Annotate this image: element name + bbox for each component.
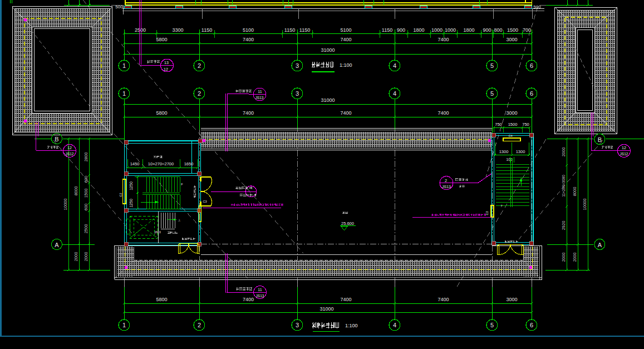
svg-text:7400: 7400: [437, 297, 449, 302]
svg-text:7400: 7400: [340, 110, 351, 116]
svg-text:11: 11: [258, 90, 262, 94]
svg-text:1: 1: [122, 90, 126, 97]
svg-text:2000: 2000: [73, 252, 78, 262]
svg-text:1500: 1500: [508, 122, 518, 127]
svg-text:B: B: [598, 136, 602, 143]
svg-text:4: 4: [393, 62, 396, 69]
svg-text:1: 1: [122, 62, 126, 69]
svg-text:5800: 5800: [156, 297, 167, 302]
svg-text:2000: 2000: [561, 148, 566, 157]
svg-text:10000: 10000: [63, 199, 68, 210]
svg-text:500: 500: [115, 4, 123, 9]
svg-text:4: 4: [393, 90, 396, 97]
svg-text:8000: 8000: [73, 186, 78, 196]
svg-text:6: 6: [530, 62, 533, 69]
svg-text:800: 800: [494, 27, 502, 33]
svg-text:11: 11: [258, 288, 262, 292]
svg-text:1150: 1150: [284, 27, 295, 33]
svg-text:13: 13: [164, 61, 169, 65]
svg-text:11×280=3080: 11×280=3080: [562, 175, 566, 197]
svg-text:12: 12: [622, 146, 626, 150]
svg-text:1150: 1150: [299, 27, 310, 33]
svg-text:1150: 1150: [382, 27, 392, 33]
svg-text:3: 3: [296, 62, 299, 69]
svg-text:7400: 7400: [340, 297, 351, 302]
svg-text:5100: 5100: [243, 27, 254, 33]
svg-text:750: 750: [522, 122, 529, 127]
svg-text:12: 12: [67, 146, 72, 150]
svg-text:2920: 2920: [561, 221, 566, 230]
svg-text:700: 700: [523, 27, 531, 33]
svg-text:5: 5: [490, 322, 494, 328]
svg-text:8000: 8000: [572, 187, 577, 196]
svg-text:2: 2: [198, 322, 201, 328]
svg-text:5: 5: [490, 62, 494, 69]
svg-text:1: 1: [122, 322, 126, 328]
svg-text:6: 6: [530, 90, 533, 97]
svg-text:6: 6: [530, 322, 533, 328]
svg-text:600: 600: [83, 204, 89, 211]
svg-text:JS13: JS13: [442, 185, 451, 189]
svg-text:10×270=2700: 10×270=2700: [148, 161, 174, 166]
svg-text:25.600: 25.600: [341, 221, 354, 226]
svg-text:100: 100: [507, 158, 513, 161]
svg-text:2000: 2000: [83, 252, 89, 262]
svg-text:2000: 2000: [561, 253, 566, 262]
svg-text:7400: 7400: [243, 110, 254, 116]
svg-text:B: B: [55, 136, 58, 142]
svg-text:7: 7: [500, 204, 502, 208]
svg-text:1:100: 1:100: [340, 62, 352, 68]
svg-text:1:100: 1:100: [345, 323, 358, 328]
svg-text:1800: 1800: [463, 27, 474, 33]
svg-text:1250: 1250: [129, 181, 133, 190]
svg-text:1300: 1300: [516, 149, 525, 154]
svg-text:2000: 2000: [572, 253, 577, 262]
svg-text:4: 4: [393, 322, 396, 328]
svg-text:3000: 3000: [506, 110, 517, 116]
svg-text:C4: C4: [508, 134, 512, 137]
svg-text:1000: 1000: [431, 27, 443, 33]
svg-text:1250: 1250: [129, 199, 133, 208]
svg-text:C3: C3: [203, 200, 207, 203]
svg-text:JS13: JS13: [256, 294, 264, 298]
svg-text:2: 2: [198, 62, 201, 69]
svg-text:26.3: 26.3: [154, 230, 161, 234]
svg-text:7400: 7400: [437, 37, 449, 42]
svg-text:A: A: [55, 242, 59, 248]
svg-text:1500: 1500: [83, 189, 89, 198]
svg-text:3: 3: [296, 90, 299, 97]
svg-text:3: 3: [296, 322, 299, 328]
svg-text:750: 750: [495, 122, 502, 127]
svg-text:900: 900: [483, 27, 491, 33]
svg-text:31000: 31000: [321, 47, 335, 53]
svg-text:5800: 5800: [156, 37, 167, 42]
svg-text:1800: 1800: [413, 27, 424, 33]
svg-text:2500: 2500: [135, 27, 146, 33]
svg-text:1650: 1650: [184, 161, 194, 166]
svg-text:3300: 3300: [172, 27, 183, 33]
svg-text:1300: 1300: [499, 149, 509, 154]
svg-text:1500: 1500: [507, 27, 518, 33]
svg-text:1450: 1450: [130, 161, 140, 166]
svg-text:3000: 3000: [506, 297, 517, 302]
svg-text:5: 5: [490, 90, 494, 97]
svg-text:2: 2: [198, 90, 201, 97]
svg-text:JS12: JS12: [66, 152, 74, 156]
svg-text:2: 2: [445, 178, 447, 183]
svg-text:10000: 10000: [582, 199, 587, 210]
svg-text:5800: 5800: [156, 110, 167, 116]
svg-text:1150: 1150: [201, 27, 212, 33]
svg-text:7400: 7400: [340, 37, 351, 42]
svg-text:C2: C2: [119, 193, 122, 196]
svg-text:2500: 2500: [83, 224, 89, 234]
svg-text:7400: 7400: [437, 110, 449, 116]
svg-text:31000: 31000: [319, 306, 333, 312]
svg-text:12: 12: [164, 67, 168, 71]
svg-text:900: 900: [397, 27, 405, 33]
svg-text:上: 上: [178, 219, 181, 222]
svg-text:7400: 7400: [243, 37, 254, 42]
svg-text:1000: 1000: [445, 27, 456, 33]
svg-text:600: 600: [83, 176, 89, 183]
svg-text:500: 500: [533, 4, 541, 9]
svg-text:2800: 2800: [83, 153, 89, 162]
